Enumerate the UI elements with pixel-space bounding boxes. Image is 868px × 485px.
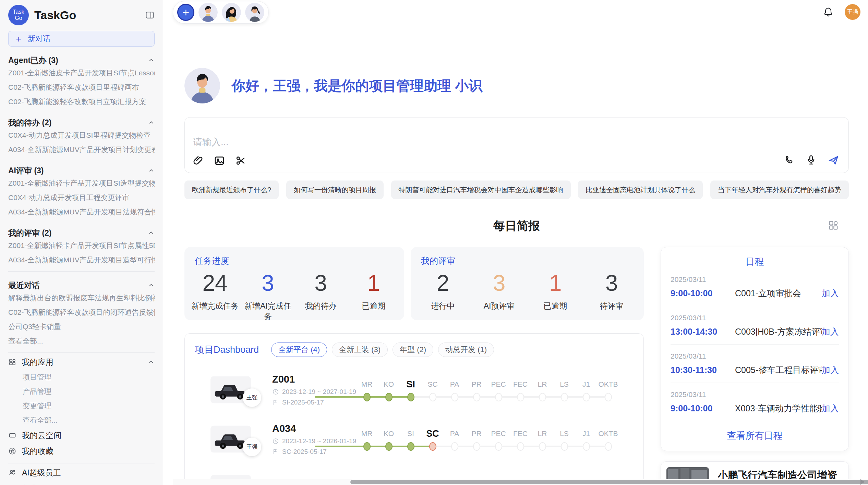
sidebar-item[interactable]: C02-飞腾新能源轻客改款项目里程碑画布 xyxy=(8,80,155,95)
sidebar-tool-people[interactable]: AI超级员工 xyxy=(8,465,155,481)
new-chat-button[interactable]: ＋ 新对话 xyxy=(8,31,155,47)
project-flag: SC-2025-05-17 xyxy=(272,448,354,456)
sidebar-section-header[interactable]: AI评审 (3) xyxy=(8,165,155,176)
schedule-list: 2025/03/119:00-10:00C001-立项审批会加入2025/03/… xyxy=(671,268,839,421)
join-link[interactable]: 加入 xyxy=(822,403,839,414)
stat: 2进行中 xyxy=(415,269,471,311)
milestone-SI: SI xyxy=(400,378,422,401)
suggestion-chip[interactable]: 欧洲新规最近颁布了什么? xyxy=(184,181,279,199)
sidebar-app-item[interactable]: 查看全部... xyxy=(8,413,155,427)
chevron-icon[interactable] xyxy=(148,57,155,64)
sidebar-item[interactable]: Z001-全新燃油皮卡产品开发项目SI节点Lesson Learn报告 xyxy=(8,66,155,80)
horizontal-scrollbar-thumb[interactable] xyxy=(350,480,868,484)
sidebar-item[interactable]: C0X4-动力总成开发项目SI里程碑提交物检查 xyxy=(8,128,155,142)
chevron-icon[interactable] xyxy=(148,119,155,126)
left-column: 任务进度24新增完成任务3新增AI完成任务3我的待办1已逾期我的评审2进行中3A… xyxy=(184,247,644,485)
stat-value: 3 xyxy=(294,269,347,297)
sidebar-app-item[interactable]: 变更管理 xyxy=(8,399,155,413)
sidebar-item-my-apps[interactable]: 我的应用 xyxy=(8,354,155,370)
scroll-right-arrow[interactable] xyxy=(860,479,865,485)
sidebar-item-star[interactable]: 我的收藏 xyxy=(8,443,155,459)
milestone-node xyxy=(495,442,502,451)
sidebar-app-item[interactable]: 产品管理 xyxy=(8,384,155,399)
stat-value: 3 xyxy=(583,269,640,297)
schedule-date: 2025/03/11 xyxy=(671,352,839,360)
milestone-node xyxy=(605,442,612,451)
sidebar-item[interactable]: Z001-全新燃油轻卡产品开发项目SI造型提交物评审 xyxy=(8,176,155,190)
milestone-SI: SI xyxy=(400,428,422,451)
chevron-icon[interactable] xyxy=(148,167,155,174)
dashboard-tabs: 全新平台 (4)全新上装 (3)年型 (2)动总开发 (1) xyxy=(271,343,494,357)
dashboard-tab[interactable]: 动总开发 (1) xyxy=(438,343,494,357)
stat-card-title: 我的评审 xyxy=(411,255,644,266)
app-title: TaskGo xyxy=(34,9,140,22)
daily-brief-title: 每日简报 xyxy=(184,218,849,233)
view-all-conversations-link[interactable]: 查看全部... xyxy=(8,334,155,348)
composer[interactable] xyxy=(184,117,849,173)
milestone-LR: LR xyxy=(531,428,553,451)
sidebar-item[interactable]: C0X4-动力总成开发项目工程变更评审 xyxy=(8,190,155,205)
milestone-PR: PR xyxy=(466,428,487,451)
recent-conversation-item[interactable]: C02-飞腾新能源轻客改款项目的闭环通告反馈情况 xyxy=(8,305,155,320)
dashboard-title: 项目Dashboard xyxy=(195,344,259,356)
join-link[interactable]: 加入 xyxy=(822,364,839,376)
send-icon[interactable] xyxy=(827,154,840,168)
sidebar-app-item[interactable]: 项目管理 xyxy=(8,370,155,384)
join-link[interactable]: 加入 xyxy=(822,288,839,299)
sidebar-section-header[interactable]: 我的评审 (2) xyxy=(8,227,155,238)
sidebar-sections: Agent已办 (3)Z001-全新燃油皮卡产品开发项目SI节点Lesson L… xyxy=(8,55,155,348)
image-icon[interactable] xyxy=(214,155,225,168)
chevron-icon[interactable] xyxy=(148,282,155,289)
sidebar-section-header[interactable]: 我的待办 (2) xyxy=(8,117,155,128)
milestone-KO: KO xyxy=(378,428,400,451)
project-code: Z001 xyxy=(272,374,354,385)
project-row[interactable]: 王强A0342023-12-19 ~ 2026-01-19SC-2025-05-… xyxy=(195,423,633,456)
sidebar-section-header[interactable]: Agent已办 (3) xyxy=(8,55,155,66)
schedule-date: 2025/03/11 xyxy=(671,314,839,322)
stat-value: 3 xyxy=(471,269,527,297)
paperclip-icon[interactable] xyxy=(192,155,204,168)
suggestion-chip[interactable]: 当下年轻人对汽车外观有怎样的喜好趋势 xyxy=(710,181,849,199)
message-input[interactable] xyxy=(192,135,569,152)
sidebar-item[interactable]: C02-飞腾新能源轻客改款项目立项汇报方案 xyxy=(8,95,155,109)
milestone-node xyxy=(385,442,393,451)
mic-icon[interactable] xyxy=(805,154,817,168)
milestone-MR: MR xyxy=(356,428,378,451)
sidebar-section-header-recent[interactable]: 最近对话 xyxy=(8,280,155,291)
chevron-icon[interactable] xyxy=(148,359,155,365)
sidebar-item[interactable]: A034-全新新能源MUV产品开发项目法规符合性评审 xyxy=(8,205,155,219)
dashboard-tab[interactable]: 年型 (2) xyxy=(393,343,433,357)
horizontal-scrollbar-track[interactable] xyxy=(173,479,868,485)
sidebar-item[interactable]: A034-全新新能源MUV产品开发项目造型可行性评审 xyxy=(8,253,155,267)
dashboard-tab[interactable]: 全新上装 (3) xyxy=(332,343,388,357)
sidebar-item[interactable]: Z001-全新燃油轻卡产品开发项目SI节点属性5D文件评审 xyxy=(8,238,155,253)
suggestion-chip[interactable]: 特朗普可能对进口汽车增税会对中国车企造成哪些影响 xyxy=(391,181,571,199)
columns: 任务进度24新增完成任务3新增AI完成任务3我的待办1已逾期我的评审2进行中3A… xyxy=(184,247,849,485)
main-area: ＋ 王强 你好，王强，我是你的项目管理助理 小识 欧洲新规最近颁布了什么?如何写… xyxy=(163,0,868,485)
milestone-node xyxy=(363,442,371,451)
sidebar-collapse-icon[interactable] xyxy=(145,10,155,20)
sidebar-tool-write[interactable]: 帮我写作 xyxy=(8,481,155,485)
recent-conversation-item[interactable]: 解释最新出台的欧盟报废车法规再生塑料比例被调至15%... xyxy=(8,291,155,305)
milestone-node xyxy=(451,393,458,401)
dashboard-tab[interactable]: 全新平台 (4) xyxy=(271,343,327,357)
scissors-icon[interactable] xyxy=(235,155,246,168)
project-dates: 2023-12-19 ~ 2027-01-19 xyxy=(272,388,354,396)
suggestion-chip[interactable]: 比亚迪全固态电池计划具体说了什么 xyxy=(578,181,703,199)
recent-conversation-item[interactable]: 公司Q3轻卡销量 xyxy=(8,320,155,334)
sidebar-item[interactable]: A034-全新新能源MUV产品开发项目计划变更表编写 xyxy=(8,142,155,157)
stat: 24新增完成任务 xyxy=(189,269,241,322)
milestone-PR: PR xyxy=(466,378,487,401)
sidebar-item-drive[interactable]: 我的云空间 xyxy=(8,427,155,443)
plus-icon: ＋ xyxy=(14,34,23,43)
milestone-PA: PA xyxy=(444,378,466,401)
join-link[interactable]: 加入 xyxy=(822,326,839,337)
project-row[interactable]: 王强Z0012023-12-19 ~ 2027-01-19SI-2025-05-… xyxy=(195,373,633,406)
suggestion-chip[interactable]: 如何写一份清晰的项目周报 xyxy=(286,181,384,199)
view-all-schedule-link[interactable]: 查看所有日程 xyxy=(671,430,839,442)
phone-icon[interactable] xyxy=(783,154,795,168)
milestone-node xyxy=(517,393,524,401)
stat: 3AI预评审 xyxy=(471,269,527,311)
layout-grid-icon[interactable] xyxy=(828,220,839,231)
chevron-icon[interactable] xyxy=(148,229,155,236)
